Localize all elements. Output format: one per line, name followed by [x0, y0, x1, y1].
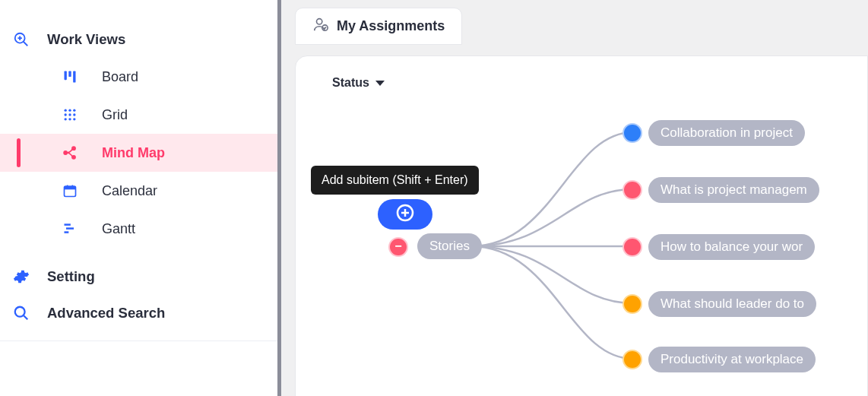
mindmap-child-node[interactable]: What should leader do to: [648, 291, 816, 317]
status-dot[interactable]: [622, 180, 642, 200]
node-label: What should leader do to: [661, 296, 804, 312]
mindmap-canvas[interactable]: Status Add subitem (Shift + Enter: [295, 55, 868, 396]
svg-rect-24: [66, 227, 74, 230]
sidebar-item-label: Grid: [102, 107, 128, 123]
board-icon: [61, 68, 79, 86]
sidebar-item-label: Gantt: [102, 221, 135, 237]
svg-point-26: [15, 307, 25, 317]
svg-line-27: [24, 315, 27, 319]
tooltip-add-subitem: Add subitem (Shift + Enter): [311, 166, 479, 195]
sidebar-item-label: Board: [102, 69, 138, 85]
mindmap-child-node[interactable]: How to balance your wor: [648, 234, 815, 260]
svg-point-16: [64, 151, 67, 154]
mindmap-child-node[interactable]: What is project managem: [648, 177, 819, 203]
status-dot[interactable]: [622, 350, 642, 369]
work-views-label: Work Views: [47, 31, 125, 48]
sidebar-item-calendar[interactable]: Calendar: [0, 172, 277, 210]
tab-label: My Assignments: [337, 18, 445, 34]
sidebar-item-grid[interactable]: Grid: [0, 96, 277, 134]
svg-point-13: [65, 118, 67, 120]
sidebar: Work Views Board Grid: [0, 0, 281, 396]
svg-rect-23: [65, 223, 71, 226]
svg-point-8: [68, 109, 71, 112]
sidebar-item-advanced-search[interactable]: Advanced Search: [0, 295, 277, 331]
calendar-icon: [61, 182, 79, 200]
tab-bar: My Assignments: [281, 0, 868, 45]
svg-point-10: [65, 113, 67, 116]
node-label: Collaboration in project: [661, 125, 793, 141]
svg-rect-5: [68, 71, 71, 78]
node-label: Productivity at workplace: [661, 352, 803, 367]
status-dot[interactable]: [622, 123, 642, 143]
work-views-header[interactable]: Work Views: [0, 21, 277, 58]
sidebar-item-label: Mind Map: [102, 145, 165, 161]
svg-point-15: [73, 118, 75, 120]
svg-point-9: [73, 109, 75, 112]
svg-point-28: [317, 19, 322, 24]
minus-icon: −: [394, 239, 401, 253]
gear-icon: [12, 268, 30, 286]
node-label: How to balance your wor: [661, 239, 803, 255]
svg-point-11: [68, 113, 71, 116]
mindmap-child-node[interactable]: Collaboration in project: [648, 120, 805, 146]
sidebar-item-mindmap[interactable]: Mind Map: [0, 134, 277, 172]
node-label: What is project managem: [661, 182, 807, 198]
svg-rect-4: [65, 71, 67, 81]
svg-rect-20: [65, 186, 76, 189]
search-zoom-icon: [12, 30, 30, 49]
sidebar-item-board[interactable]: Board: [0, 58, 277, 96]
svg-point-12: [73, 113, 75, 116]
person-check-icon: [312, 16, 329, 36]
status-dot[interactable]: [622, 294, 642, 314]
tooltip-text: Add subitem (Shift + Enter): [322, 173, 468, 186]
node-label: Stories: [429, 239, 470, 254]
search-icon: [12, 304, 30, 322]
gantt-icon: [61, 220, 79, 238]
sidebar-item-label: Setting: [47, 268, 95, 285]
sidebar-item-label: Calendar: [102, 183, 157, 199]
sidebar-item-gantt[interactable]: Gantt: [0, 210, 277, 248]
plus-icon: [396, 204, 414, 225]
mindmap-child-node[interactable]: Productivity at workplace: [648, 347, 816, 372]
svg-rect-6: [73, 71, 75, 83]
grid-icon: [61, 106, 79, 124]
mindmap-root-node[interactable]: Stories: [417, 233, 482, 259]
mindmap-icon: [61, 144, 79, 162]
svg-point-14: [68, 118, 71, 120]
tab-my-assignments[interactable]: My Assignments: [295, 8, 462, 45]
svg-point-7: [65, 109, 67, 112]
sidebar-item-label: Advanced Search: [47, 305, 165, 322]
main-area: My Assignments Status: [281, 0, 868, 396]
svg-line-1: [24, 42, 28, 46]
collapse-toggle[interactable]: −: [388, 237, 408, 257]
sidebar-item-setting[interactable]: Setting: [0, 258, 277, 295]
status-dot[interactable]: [622, 237, 642, 257]
mindmap-edges: [296, 56, 867, 396]
svg-rect-25: [65, 231, 69, 233]
add-subitem-button[interactable]: [378, 199, 432, 230]
